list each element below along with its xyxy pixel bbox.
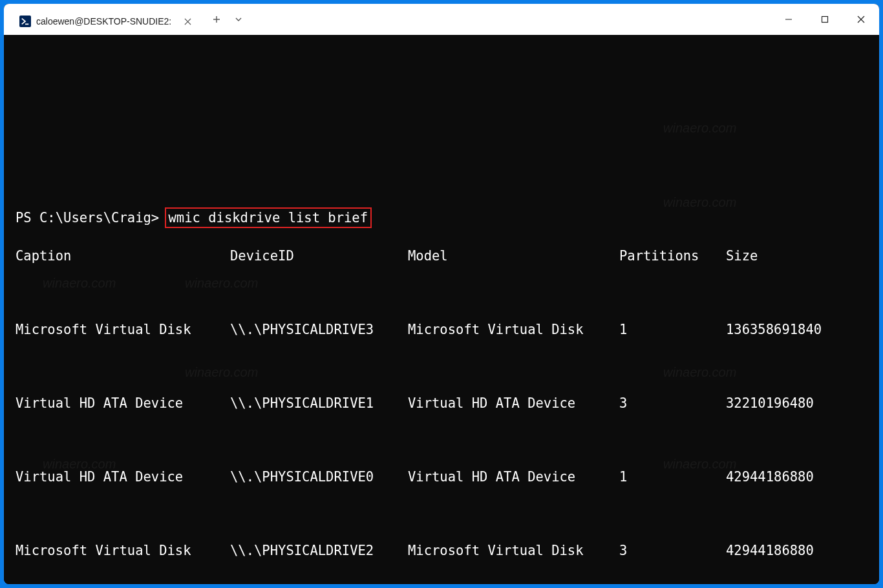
table-row: Virtual HD ATA Device\\.\PHYSICALDRIVE1V…: [16, 394, 867, 413]
maximize-button[interactable]: [807, 4, 843, 35]
table-header: CaptionDeviceIDModelPartitionsSize: [16, 247, 867, 266]
table-row: Microsoft Virtual Disk\\.\PHYSICALDRIVE2…: [16, 541, 867, 560]
tab-dropdown-button[interactable]: [229, 4, 248, 35]
minimize-button[interactable]: [771, 4, 807, 35]
terminal-body[interactable]: winaero.com winaero.com winaero.com wina…: [4, 35, 879, 584]
titlebar: caloewen@DESKTOP-SNUDIE2:: [4, 4, 879, 35]
terminal-window: caloewen@DESKTOP-SNUDIE2:: [4, 4, 879, 584]
watermark: winaero.com: [663, 119, 736, 138]
window-controls: [771, 4, 879, 35]
close-button[interactable]: [843, 4, 879, 35]
tab-title: caloewen@DESKTOP-SNUDIE2:: [36, 16, 175, 26]
table-row: Virtual HD ATA Device\\.\PHYSICALDRIVE0V…: [16, 468, 867, 487]
titlebar-actions: [204, 4, 248, 35]
table-row: Microsoft Virtual Disk\\.\PHYSICALDRIVE3…: [16, 320, 867, 339]
new-tab-button[interactable]: [207, 4, 226, 35]
tab-close-button[interactable]: [180, 14, 195, 29]
svg-rect-2: [822, 17, 828, 23]
highlighted-command: wmic diskdrive list brief: [165, 207, 372, 229]
ps-prompt: PS C:\Users\Craig>: [16, 210, 167, 226]
terminal-tab[interactable]: caloewen@DESKTOP-SNUDIE2:: [10, 8, 204, 35]
powershell-icon: [19, 16, 31, 27]
